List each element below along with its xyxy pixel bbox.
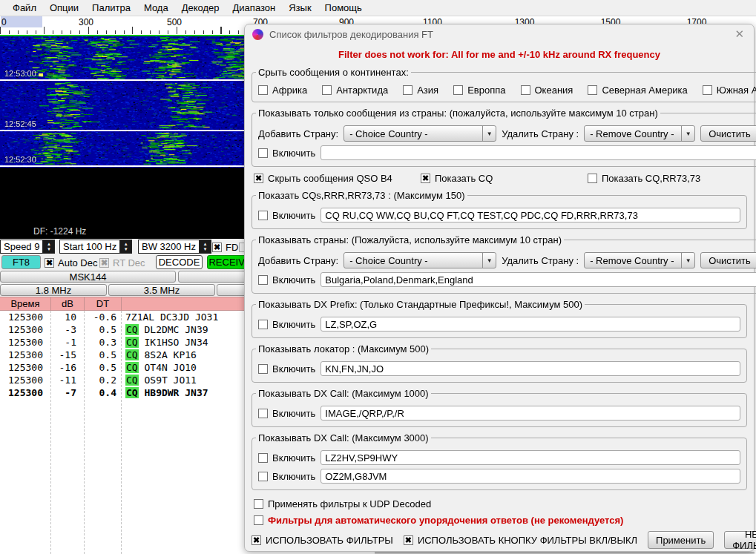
dx-call-3000-input-1[interactable] — [321, 450, 740, 465]
filter-option-checkbox[interactable]: Показать CQ,RR73,73 — [588, 173, 700, 184]
menu-item[interactable]: Язык — [282, 1, 318, 15]
group-show-cqs: Показать CQs,RRR,RR73,73 : (Максимум 150… — [252, 190, 747, 229]
menu-item[interactable]: Мода — [137, 1, 175, 15]
cqs-list-input[interactable] — [321, 208, 740, 222]
filter-option-checkbox[interactable]: Скрыть сообщения QSO B4 — [254, 173, 421, 184]
clear-button[interactable]: Очистить — [700, 125, 756, 142]
enable-dx-call-3000-checkbox-2[interactable]: Включить — [258, 471, 315, 482]
speed-spinner[interactable]: Speed 9 ▲▼ — [0, 240, 55, 254]
bandwidth-spinner[interactable]: BW 3200 Hz ▲▼ — [138, 240, 211, 254]
group-dx-prefix: Показывать DX Prefix: (Только Стандартны… — [252, 299, 747, 338]
group-title: Показывать локатор : (Максимум 500) — [256, 343, 431, 355]
spinner-arrows-icon[interactable]: ▲▼ — [43, 240, 55, 254]
continent-checkbox[interactable]: Азия — [403, 85, 438, 96]
enable-dx-prefix-checkbox[interactable]: Включить — [258, 319, 315, 330]
band-button-3-5[interactable]: 3.5 MHz — [108, 284, 215, 296]
decode-row[interactable]: 125300-70.4CQ HB9DWR JN37 — [0, 386, 249, 399]
auto-dec-checkbox[interactable]: Auto Dec — [45, 257, 97, 268]
chevron-down-icon: ▼ — [681, 126, 694, 141]
no-filter-button[interactable]: НЕТ ФИЛЬТРА — [724, 531, 756, 549]
cq-highlight: CQ — [125, 337, 139, 348]
decode-row[interactable]: 12530010-0.67Z1AL DC3JD JO31 — [0, 311, 249, 323]
start-frequency-spinner[interactable]: Start 100 Hz ▲▼ — [59, 240, 132, 254]
dialog-bottom-row: ИСПОЛЬЗОВАТЬ ФИЛЬТРЫ ИСПОЛЬЗОВАТЬ КНОПКУ… — [252, 531, 747, 549]
continent-checkbox[interactable]: Антарктида — [322, 85, 388, 96]
add-country-label: Добавить Страну: — [258, 255, 338, 266]
choice-country-select[interactable]: - Choice Country - ▼ — [344, 125, 496, 142]
decode-row[interactable]: 125300-150.5CQ 8S2A KP16 — [0, 349, 249, 361]
app-window: ФайлОпцииПалитраМодаДекодерДиапазонЯзыкП… — [0, 0, 756, 554]
continent-checkbox[interactable]: Северная Америка — [588, 85, 687, 96]
spinner-arrows-icon[interactable]: ▲▼ — [200, 240, 211, 254]
rx-frequency-marker — [1, 16, 42, 27]
fd-checkbox[interactable]: FD — [212, 242, 238, 253]
menu-item[interactable]: Опции — [43, 1, 85, 15]
dialog-titlebar[interactable]: Список фильтров декодирования FT ✕ — [245, 24, 754, 44]
decode-button[interactable]: DECODE — [156, 255, 203, 269]
remove-country-select-2[interactable]: - Remove Country - ▼ — [584, 252, 695, 268]
rt-dec-checkbox[interactable]: RT Dec — [99, 257, 145, 268]
waterfall-timestamp: 12:52:45 — [4, 119, 36, 128]
chevron-down-icon: ▼ — [482, 126, 496, 141]
group-show-countries: Показывать страны: (Пожалуйста, использу… — [252, 234, 756, 294]
decode-row[interactable]: 125300-10.3CQ IK1HSO JN34 — [0, 336, 249, 349]
waterfall[interactable]: DF: -1224 Hz 12:53:0012:52:4512:52:30 — [0, 35, 246, 239]
band-button-stub[interactable] — [217, 284, 246, 296]
menu-item[interactable]: Диапазон — [226, 1, 283, 15]
udp-decoded-checkbox[interactable]: Применять фильтры к UDP Decoded — [254, 498, 431, 510]
dx-call-1000-input[interactable] — [321, 406, 740, 421]
dx-prefix-input[interactable] — [321, 317, 740, 332]
scale-tick-label: 300 — [79, 17, 93, 27]
group-dx-call-3000: Показывать DX Call: (Максимум 3000) Вклю… — [252, 432, 747, 490]
filter-dialog: Список фильтров декодирования FT ✕ Filte… — [244, 24, 755, 552]
dx-call-3000-input-2[interactable] — [321, 469, 740, 484]
enable-only-country-checkbox[interactable]: Включить — [258, 148, 315, 159]
auto-order-filters-checkbox[interactable]: Фильтры для автоматического упорядочения… — [254, 515, 623, 526]
enable-dx-call-1000-checkbox[interactable]: Включить — [258, 408, 315, 419]
continent-checkbox[interactable]: Европпа — [453, 85, 505, 96]
enable-countries-checkbox[interactable]: Включить — [258, 274, 315, 286]
enable-locator-checkbox[interactable]: Включить — [258, 363, 315, 375]
spinner-arrows-icon[interactable]: ▲▼ — [120, 240, 132, 254]
only-country-input[interactable] — [321, 145, 756, 160]
decode-table-body: 12530010-0.67Z1AL DC3JD JO31125300-30.5C… — [0, 311, 249, 399]
decode-table-header: ВремяdBDT — [0, 297, 249, 311]
choice-country-select-2[interactable]: - Choice Country - ▼ — [344, 252, 496, 268]
continent-checkbox[interactable]: Океания — [521, 85, 573, 96]
apply-button[interactable]: Применить — [648, 531, 714, 549]
continent-checkbox[interactable]: Африка — [258, 85, 307, 96]
remove-country-select[interactable]: - Remove Country - ▼ — [584, 125, 695, 142]
group-title: Показывать DX Call: (Максимум 3000) — [256, 432, 431, 443]
band-button-1-8[interactable]: 1.8 MHz — [0, 284, 107, 296]
countries-list-input[interactable] — [321, 272, 756, 287]
use-filter-button-checkbox[interactable]: ИСПОЛЬЗОВАТЬ КНОПКУ ФИЛЬТРЫ ВКЛ/ВЫКЛ — [404, 535, 637, 546]
use-filters-checkbox[interactable]: ИСПОЛЬЗОВАТЬ ФИЛЬТРЫ — [252, 535, 393, 546]
msk144-button[interactable]: MSK144 — [0, 271, 176, 283]
ft8-mode-button[interactable]: FT8 — [1, 255, 41, 269]
continent-checkbox[interactable]: Южная Америка — [703, 85, 756, 96]
enable-cqs-checkbox[interactable]: Включить — [258, 210, 315, 221]
group-title: Показывать DX Prefix: (Только Стандартны… — [256, 299, 585, 310]
decode-row[interactable]: 125300-110.2CQ OS9T JO11 — [0, 374, 249, 386]
cq-highlight: CQ — [125, 375, 139, 386]
clear-button-2[interactable]: Очистить — [700, 252, 756, 268]
close-icon[interactable]: ✕ — [732, 27, 746, 41]
group-dx-call-1000: Показывать DX Call: (Максимум 1000) Вклю… — [252, 388, 747, 427]
menu-item[interactable]: Помощь — [318, 1, 369, 15]
cq-highlight: CQ — [125, 324, 139, 335]
menu-item[interactable]: Файл — [6, 1, 43, 15]
locator-input[interactable] — [321, 361, 740, 376]
decode-row[interactable]: 125300-160.5CQ OT4N JO10 — [0, 361, 249, 374]
enable-dx-call-3000-checkbox-1[interactable]: Включить — [258, 452, 315, 464]
menu-item[interactable]: Декодер — [175, 1, 226, 15]
mode-button-stub[interactable] — [178, 271, 246, 283]
filter-option-checkbox[interactable]: Показать CQ — [421, 173, 588, 184]
speed-value: Speed 9 — [0, 240, 43, 254]
waterfall-canvas[interactable] — [0, 35, 246, 168]
group-title: Показать CQs,RRR,RR73,73 : (Максимум 150… — [256, 190, 467, 201]
column-header: DT — [85, 297, 122, 310]
receive-button[interactable]: RECEIVE — [207, 255, 246, 269]
menu-item[interactable]: Палитра — [85, 1, 137, 15]
dialog-body: Filter does not work for: All for me and… — [245, 44, 754, 554]
decode-row[interactable]: 125300-30.5CQ DL2DMC JN39 — [0, 323, 249, 336]
